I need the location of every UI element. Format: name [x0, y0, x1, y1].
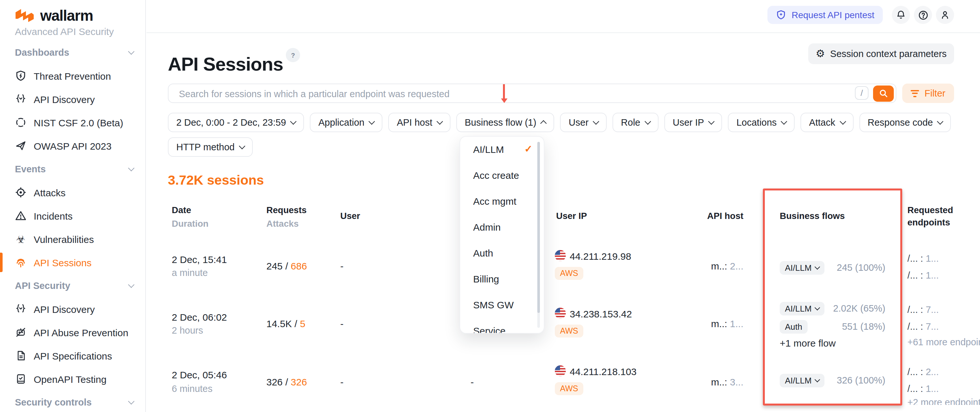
us-flag-icon — [555, 308, 566, 319]
user-ip[interactable]: 44.211.218.103 — [570, 366, 636, 377]
question-circle-icon — [918, 10, 929, 21]
topbar-actions: Request API pentest — [768, 6, 954, 24]
target-icon — [15, 187, 27, 198]
filter-chip-locations[interactable]: Locations — [728, 113, 795, 132]
dropdown-option-acc-mgmt[interactable]: Acc mgmt — [473, 196, 516, 207]
notifications-button[interactable] — [892, 6, 910, 24]
business-flow-dropdown: AI/LLM ✓ Acc create Acc mgmt Admin Auth … — [460, 136, 544, 334]
app-window: wallarm Advanced API Security Dashboards… — [0, 0, 980, 412]
dropdown-option-clipped[interactable]: Service — [473, 325, 506, 334]
dropdown-option-acc-create[interactable]: Acc create — [473, 170, 519, 181]
sidebar-item-owasp[interactable]: OWASP API 2023 — [15, 134, 145, 157]
session-duration: 6 minutes — [172, 383, 213, 394]
sidebar-item-vulnerabilities[interactable]: ☣ Vulnerabilities — [15, 227, 145, 251]
bell-icon — [896, 10, 906, 20]
sidebar-item-api-discovery[interactable]: API Discovery — [15, 87, 145, 111]
sidebar-item-api-sessions[interactable]: API Sessions — [15, 251, 145, 274]
bot-slash-icon — [15, 326, 27, 338]
filter-chip-api-host[interactable]: API host — [388, 113, 450, 132]
document-icon — [15, 350, 27, 361]
col-header-duration[interactable]: Duration — [172, 219, 208, 229]
user-ip[interactable]: 44.211.219.98 — [570, 251, 631, 262]
col-header-business-flows[interactable]: Business flows — [780, 211, 845, 221]
braces-icon — [15, 303, 27, 315]
dropdown-option-auth[interactable]: Auth — [473, 247, 493, 258]
sidebar-item-incidents[interactable]: Incidents — [15, 204, 145, 227]
col-header-attacks[interactable]: Attacks — [266, 219, 299, 229]
filter-chip-user[interactable]: User — [560, 113, 607, 132]
user-ip[interactable]: 34.238.153.42 — [570, 308, 632, 319]
search-button[interactable] — [873, 85, 894, 101]
filter-button[interactable]: Filter — [902, 84, 954, 103]
sidebar-item-threat-prevention[interactable]: Threat Prevention — [15, 64, 145, 87]
brand[interactable]: wallarm — [15, 6, 145, 25]
more-flows-link[interactable]: +1 more flow — [780, 338, 836, 349]
sidebar-section-security-controls[interactable]: Security controls — [15, 391, 145, 412]
sidebar-item-attacks[interactable]: Attacks — [15, 181, 145, 204]
sidebar-section-api-security[interactable]: API Security — [15, 274, 145, 297]
filter-chip-user-ip[interactable]: User IP — [664, 113, 722, 132]
session-date: 2 Dec, 05:46 — [172, 369, 227, 380]
chevron-down-icon — [369, 118, 375, 125]
filter-chip-application[interactable]: Application — [310, 113, 383, 132]
sidebar-item-api-specifications[interactable]: API Specifications — [15, 344, 145, 367]
requests-attacks: 245 / 686 — [266, 260, 307, 271]
chevron-down-icon — [644, 118, 651, 125]
gear-icon: ⚙ — [816, 49, 825, 59]
request-api-pentest-button[interactable]: Request API pentest — [768, 6, 883, 24]
brand-subtitle: Advanced API Security — [15, 26, 145, 37]
dropdown-option-sms-gw[interactable]: SMS GW — [473, 299, 514, 310]
api-host-value: m..: 3... — [648, 376, 743, 387]
us-flag-icon — [555, 250, 566, 261]
filter-chip-date-range[interactable]: 2 Dec, 0:00 - 2 Dec, 23:59 — [168, 113, 304, 132]
user-menu-button[interactable] — [936, 6, 954, 24]
page-help-icon[interactable]: ? — [286, 48, 300, 62]
dropdown-option-ai-llm[interactable]: AI/LLM — [473, 144, 504, 155]
api-host-value: m..: 1... — [648, 318, 743, 329]
filter-chip-response-code[interactable]: Response code — [859, 113, 951, 132]
col-header-user[interactable]: User — [340, 211, 360, 221]
endpoint-line: /... : 1... — [907, 270, 939, 280]
dropdown-option-billing[interactable]: Billing — [473, 273, 499, 284]
col-header-date[interactable]: Date — [172, 205, 191, 215]
aws-badge: AWS — [555, 382, 583, 395]
sidebar-item-api-discovery-2[interactable]: API Discovery — [15, 297, 145, 321]
sidebar-item-openapi-testing[interactable]: OpenAPI Testing — [15, 367, 145, 391]
brand-name: wallarm — [40, 7, 93, 24]
filter-chip-http-method[interactable]: HTTP method — [168, 137, 253, 157]
dropdown-scrollbar-thumb[interactable] — [537, 142, 540, 313]
endpoint-line: /... : 1... — [907, 383, 939, 394]
sidebar-item-nist-csf[interactable]: NIST CSF 2.0 (Beta) — [15, 111, 145, 134]
dropdown-option-admin[interactable]: Admin — [473, 222, 501, 233]
business-flow-value: 245 (100%) — [804, 262, 885, 273]
search-input[interactable] — [178, 84, 673, 104]
session-date: 2 Dec, 06:02 — [172, 312, 227, 323]
chevron-down-icon — [128, 48, 135, 55]
sidebar-section-dashboards[interactable]: Dashboards — [15, 41, 145, 64]
col-header-requested-endpoints[interactable]: Requested endpoints — [907, 204, 969, 229]
session-context-parameters-button[interactable]: ⚙ Session context parameters — [808, 43, 954, 64]
filter-chip-business-flow[interactable]: Business flow (1) — [456, 113, 555, 132]
page-title: API Sessions — [168, 54, 283, 76]
business-flow-chip[interactable]: Auth — [780, 320, 808, 334]
sidebar-section-events[interactable]: Events — [15, 157, 145, 181]
filter-chip-role[interactable]: Role — [612, 113, 659, 132]
search-container: / — [168, 84, 896, 103]
destination-value: - — [471, 376, 474, 387]
session-date: 2 Dec, 15:41 — [172, 254, 227, 265]
col-header-user-ip[interactable]: User IP — [556, 211, 587, 221]
business-flow-value: 2.02K (65%) — [804, 303, 885, 314]
annotation-highlight-box — [763, 189, 902, 406]
chevron-down-icon — [239, 143, 245, 149]
more-endpoints-label[interactable]: +61 more endpoints — [907, 337, 980, 347]
endpoint-line: /... : 2... — [907, 367, 939, 377]
session-duration: 2 hours — [172, 325, 203, 336]
col-header-api-host[interactable]: API host — [646, 211, 743, 221]
col-header-requests[interactable]: Requests — [266, 205, 307, 215]
chevron-down-icon — [708, 118, 715, 125]
help-button[interactable] — [914, 6, 932, 24]
magnifier-icon — [879, 89, 888, 98]
sidebar-item-api-abuse-prevention[interactable]: API Abuse Prevention — [15, 321, 145, 344]
api-host-value: m..: 2... — [648, 260, 743, 271]
filter-chip-attack[interactable]: Attack — [801, 113, 854, 132]
